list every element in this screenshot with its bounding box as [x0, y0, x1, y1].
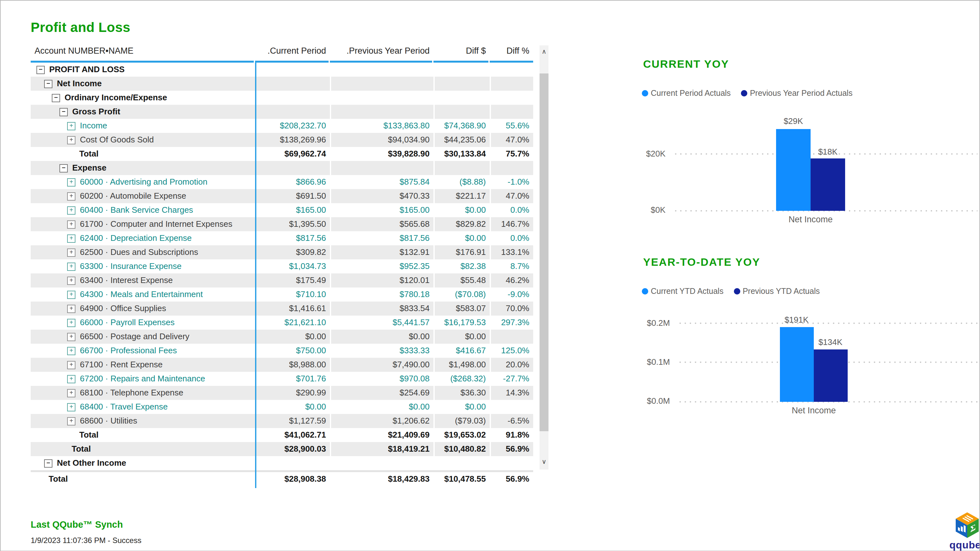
account-label[interactable]: 68400 · Travel Expense — [80, 400, 168, 414]
table-row: + 60400 · Bank Service Charges $165.00 $… — [31, 203, 533, 217]
expand-toggle-icon[interactable]: − — [44, 459, 52, 467]
scroll-down-icon[interactable]: ∨ — [539, 457, 549, 467]
account-label[interactable]: 66700 · Professional Fees — [80, 344, 177, 358]
expand-toggle-icon[interactable]: − — [44, 79, 52, 88]
account-cell: + 64300 · Meals and Entertainment — [31, 287, 255, 302]
expand-toggle-icon[interactable]: + — [67, 248, 75, 257]
expand-toggle-icon[interactable]: + — [67, 192, 75, 200]
current-period-value: $691.50 — [255, 189, 330, 203]
account-label[interactable]: 62500 · Dues and Subscriptions — [80, 245, 198, 259]
account-label[interactable]: Net Income — [57, 77, 102, 91]
column-header-diff-percent[interactable]: Diff % — [490, 41, 533, 61]
account-label[interactable]: 67100 · Rent Expense — [80, 358, 163, 372]
diff-percent-value: -9.0% — [490, 287, 533, 302]
expand-toggle-icon[interactable]: + — [67, 276, 75, 284]
expand-toggle-icon[interactable]: + — [67, 305, 75, 313]
expand-toggle-icon[interactable]: + — [67, 375, 75, 383]
account-cell: − Net Income — [31, 77, 255, 91]
legend-item-current-ytd[interactable]: Current YTD Actuals — [642, 287, 723, 296]
expand-toggle-icon[interactable]: + — [67, 332, 75, 341]
column-header-account[interactable]: Account NUMBER•NAME — [31, 41, 255, 61]
expand-toggle-icon[interactable]: + — [67, 178, 75, 186]
legend-label: Current YTD Actuals — [651, 287, 723, 296]
account-label[interactable]: 68100 · Telephone Expense — [80, 386, 183, 400]
table-row: + 67100 · Rent Expense $8,988.00 $7,490.… — [31, 358, 533, 372]
account-label[interactable]: PROFIT AND LOSS — [49, 63, 125, 77]
account-label[interactable]: 67200 · Repairs and Maintenance — [80, 372, 205, 386]
table-row: + Income $208,232.70 $133,863.80 $74,368… — [31, 119, 533, 133]
diff-percent-value: 133.1% — [490, 245, 533, 259]
profit-and-loss-dashboard: Profit and Loss Account NUMBER•NAME .Cur… — [0, 0, 980, 551]
bar-previous-ytd[interactable] — [814, 349, 848, 402]
account-label[interactable]: 64300 · Meals and Entertainment — [80, 287, 203, 302]
account-label[interactable]: 64900 · Office Supplies — [80, 302, 166, 316]
expand-toggle-icon[interactable]: − — [52, 94, 60, 102]
previous-year-value: $0.00 — [330, 330, 433, 344]
account-label[interactable]: Ordinary Income/Expense — [65, 91, 167, 105]
expand-toggle-icon[interactable]: + — [67, 389, 75, 397]
expand-toggle-icon[interactable]: + — [67, 234, 75, 243]
bar-current-ytd[interactable] — [780, 327, 814, 402]
previous-year-value: $132.91 — [330, 245, 433, 259]
diff-dollar-value: $0.00 — [433, 231, 490, 245]
expand-toggle-icon[interactable]: + — [67, 122, 75, 130]
table-rows: − PROFIT AND LOSS − Net Income − Ordinar… — [31, 63, 533, 470]
account-label[interactable]: Income — [80, 119, 107, 133]
expand-toggle-icon[interactable]: + — [67, 136, 75, 144]
table-row: + 63300 · Insurance Expense $1,034.73 $9… — [31, 259, 533, 273]
table-row: − Expense — [31, 161, 533, 175]
expand-toggle-icon[interactable]: − — [59, 108, 68, 116]
account-label[interactable]: Expense — [72, 161, 107, 175]
current-period-value: $0.00 — [255, 330, 330, 344]
previous-year-value: $165.00 — [330, 203, 433, 217]
account-label[interactable]: Gross Profit — [72, 105, 120, 119]
diff-percent-value: 297.3% — [490, 316, 533, 330]
account-label[interactable]: 62400 · Depreciation Expense — [80, 231, 192, 245]
legend-item-current-period[interactable]: Current Period Actuals — [642, 89, 731, 98]
table-row: + 67200 · Repairs and Maintenance $701.7… — [31, 372, 533, 386]
account-label[interactable]: 66000 · Payroll Expenses — [80, 316, 175, 330]
legend-dot-previous-icon — [733, 288, 740, 294]
account-label[interactable]: Net Other Income — [57, 456, 126, 470]
table-row: − Gross Profit — [31, 105, 533, 119]
diff-percent-value — [490, 63, 533, 77]
account-label[interactable]: 60200 · Automobile Expense — [80, 189, 186, 203]
column-header-previous-year[interactable]: .Previous Year Period — [330, 41, 433, 61]
current-period-value — [255, 456, 330, 470]
previous-year-value — [330, 91, 433, 105]
ytd-yoy-title: YEAR-TO-DATE YOY — [643, 256, 760, 269]
bar-previous-year[interactable] — [811, 159, 845, 211]
expand-toggle-icon[interactable]: − — [59, 164, 68, 172]
qqube-logo: Σ qqube™ — [947, 512, 980, 550]
expand-toggle-icon[interactable]: + — [67, 417, 75, 425]
account-label[interactable]: 60400 · Bank Service Charges — [80, 203, 193, 217]
account-label[interactable]: 66500 · Postage and Delivery — [80, 330, 189, 344]
account-label[interactable]: 63300 · Insurance Expense — [80, 259, 181, 273]
column-header-current-period[interactable]: .Current Period — [255, 41, 330, 61]
table-scrollbar[interactable]: ∧ ∨ — [539, 45, 549, 470]
previous-year-value: $5,441.57 — [330, 316, 433, 330]
diff-dollar-value — [433, 63, 490, 77]
expand-toggle-icon[interactable]: + — [67, 360, 75, 369]
legend-item-previous-ytd[interactable]: Previous YTD Actuals — [733, 287, 819, 296]
expand-toggle-icon[interactable]: + — [67, 206, 75, 214]
expand-toggle-icon[interactable]: + — [67, 262, 75, 270]
expand-toggle-icon[interactable]: + — [67, 220, 75, 229]
bar-current-period[interactable] — [776, 129, 811, 211]
expand-toggle-icon[interactable]: + — [67, 318, 75, 327]
current-period-value: $69,962.74 — [255, 147, 330, 161]
account-label[interactable]: 61700 · Computer and Internet Expenses — [80, 217, 232, 231]
scrollbar-thumb[interactable] — [539, 73, 549, 431]
column-header-diff-dollar[interactable]: Diff $ — [433, 41, 490, 61]
legend-item-previous-year[interactable]: Previous Year Period Actuals — [741, 89, 853, 98]
scroll-up-icon[interactable]: ∧ — [539, 47, 549, 57]
account-label[interactable]: 60000 · Advertising and Promotion — [80, 175, 207, 189]
expand-toggle-icon[interactable]: + — [67, 403, 75, 411]
previous-year-value: $18,429.83 — [330, 472, 433, 486]
expand-toggle-icon[interactable]: + — [67, 346, 75, 355]
account-label[interactable]: 63400 · Interest Expense — [80, 273, 173, 287]
expand-toggle-icon[interactable]: − — [37, 65, 45, 74]
account-label[interactable]: 68600 · Utilities — [80, 414, 137, 428]
expand-toggle-icon[interactable]: + — [67, 291, 75, 299]
account-label[interactable]: Cost Of Goods Sold — [80, 133, 154, 147]
